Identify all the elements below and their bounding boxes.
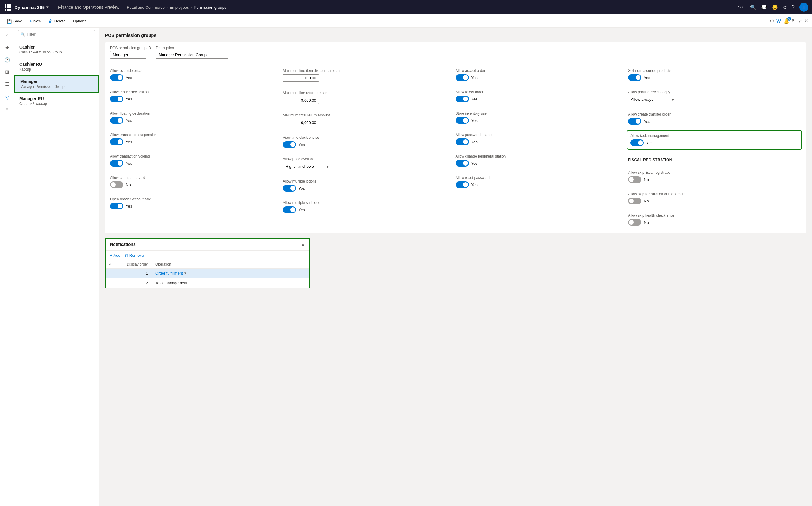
toggle-store-inventory[interactable] [455,117,469,124]
operation-dropdown-arrow-1[interactable]: ▾ [184,271,186,275]
toggle-override-price[interactable] [110,74,123,81]
toggle-reject-order[interactable] [455,96,469,102]
perm-floating-declaration: Allow floating declaration Yes [110,109,283,126]
toolbar-expand-icon[interactable]: ⤢ [798,18,802,24]
app-title-chevron[interactable]: ▾ [46,5,48,9]
list-item-manager-title: Manager [20,79,94,84]
settings-icon[interactable]: ⚙ [783,5,787,10]
fiscal-registration-title: FISCAL REGISTRATION [628,155,801,164]
waffle-button[interactable] [4,3,12,11]
toggle-reset-password[interactable] [455,181,469,188]
help-icon[interactable]: ? [792,5,795,10]
sidebar-grid-icon[interactable]: ⊞ [2,66,13,77]
toolbar-extra-icon1[interactable]: ⚙ [770,18,774,24]
perm-skip-fiscal: Allow skip fiscal registration No [628,168,801,185]
list-item-subtitle: Cashier Permission Group [19,50,94,54]
search-nav-icon[interactable]: 🔍 [750,5,756,10]
chat-icon[interactable]: 💬 [761,5,767,10]
sidebar-filter-icon[interactable]: ▽ [2,92,13,103]
avatar[interactable]: 👤 [799,3,808,12]
operation-link-1[interactable]: Order fulfillment [155,271,183,275]
toggle-create-transfer-order[interactable] [628,118,641,124]
toggle-transaction-voiding[interactable] [110,160,123,167]
row-check-2 [105,278,115,288]
toggle-accept-order[interactable] [455,74,469,81]
perm-max-total-return: Maximum total return amount [283,111,455,129]
nav-divider [53,4,54,11]
id-label: POS permission group ID [110,46,151,50]
notifications-title: Notifications [110,242,136,247]
smiley-icon[interactable]: 😊 [772,5,778,10]
toggle-task-management[interactable] [630,140,644,146]
toggle-multiple-shift-logon[interactable] [283,206,296,213]
toolbar-notification-badge[interactable]: 🔔0 [783,18,789,24]
sidebar-list-icon[interactable]: ☰ [2,78,13,89]
options-button[interactable]: Options [70,17,89,25]
notifications-add-button[interactable]: + Add [110,253,121,258]
list-item[interactable]: Cashier RU Кассир [14,58,99,75]
toggle-view-time-clock[interactable] [283,141,296,148]
perm-max-line-return: Maximum line return amount [283,88,455,106]
sidebar-home-icon[interactable]: ⌂ [2,30,13,41]
toggle-open-drawer[interactable] [110,203,123,209]
toggle-password-change[interactable] [455,139,469,145]
nav-icons: USRT 🔍 💬 😊 ⚙ ? 👤 [736,3,808,12]
app-title: Dynamics 365 ▾ [14,5,48,10]
sidebar-menu-icon[interactable]: ≡ [2,104,13,115]
table-row[interactable]: 2 Task management [105,278,310,288]
section-title: POS permission groups [105,32,806,38]
price-override-dropdown[interactable]: Higher and lower Higher only Lower only … [283,163,331,170]
perm-sell-non-assorted: Sell non-assorted products Yes [628,66,801,83]
notifications-remove-button[interactable]: 🗑 Remove [124,253,144,258]
toggle-sell-non-assorted[interactable] [628,74,641,81]
pos-permission-card: POS permission group ID Description Allo… [105,42,806,233]
max-total-return-input[interactable] [283,119,319,126]
delete-label: Delete [54,19,66,23]
desc-input[interactable] [156,51,228,59]
toggle-skip-registration[interactable] [628,198,641,204]
notifications-table: ✓ Display order Operation 1 Order fulfil… [105,260,310,288]
delete-button[interactable]: 🗑 Delete [45,17,69,25]
col-operation: Operation [152,260,310,268]
toolbar-extra-icon2[interactable]: W [777,18,781,24]
breadcrumb-retail[interactable]: Retail and Commerce [127,5,165,10]
perm-tender-declaration: Allow tender declaration Yes [110,87,283,105]
toggle-change-no-void[interactable] [110,181,123,188]
row-order-2: 2 [115,278,152,288]
toggle-skip-health-check[interactable] [628,219,641,226]
max-line-discount-input[interactable] [283,74,319,82]
toggle-tender-declaration[interactable] [110,96,123,102]
toggle-floating-declaration[interactable] [110,117,123,124]
notifications-toolbar: + Add 🗑 Remove [105,251,310,260]
list-items: Cashier Cashier Permission Group Cashier… [14,41,99,506]
perm-view-time-clock: View time clock entries Yes [283,133,455,150]
save-button[interactable]: 💾 Save [4,17,25,25]
toggle-multiple-logons[interactable] [283,185,296,192]
id-input[interactable] [110,51,146,59]
notifications-collapse-icon[interactable]: ▲ [301,242,305,247]
toolbar-refresh-icon[interactable]: ↻ [792,18,796,24]
new-icon: + [29,19,32,23]
perm-price-override: Allow price override Higher and lower Hi… [283,155,455,173]
printing-receipt-dropdown[interactable]: Allow always Never allow [628,96,676,103]
table-row[interactable]: 1 Order fulfillment ▾ [105,268,310,278]
id-field-group: POS permission group ID [110,46,151,59]
options-label: Options [73,19,86,23]
max-line-return-input[interactable] [283,97,319,104]
perm-password-change: Allow password change Yes [455,130,628,148]
list-item[interactable]: Cashier Cashier Permission Group [14,41,99,58]
list-item[interactable]: Manager RU Старший кассир [14,93,99,110]
toolbar-close-icon[interactable]: ✕ [804,18,808,24]
list-item-manager[interactable]: Manager Manager Permission Group [14,75,99,93]
filter-input[interactable] [18,30,95,38]
sidebar-clock-icon[interactable]: 🕐 [2,54,13,65]
permissions-grid: Allow override price Yes Allow tender de… [105,63,806,233]
perm-multiple-logons: Allow multiple logons Yes [283,177,455,194]
perm-transaction-voiding: Allow transaction voiding Yes [110,152,283,169]
toggle-change-peripheral[interactable] [455,160,469,167]
toggle-skip-fiscal[interactable] [628,176,641,183]
new-button[interactable]: + New [26,17,44,25]
breadcrumb-employees[interactable]: Employees [170,5,189,10]
sidebar-star-icon[interactable]: ★ [2,42,13,53]
toggle-transaction-suspension[interactable] [110,139,123,145]
